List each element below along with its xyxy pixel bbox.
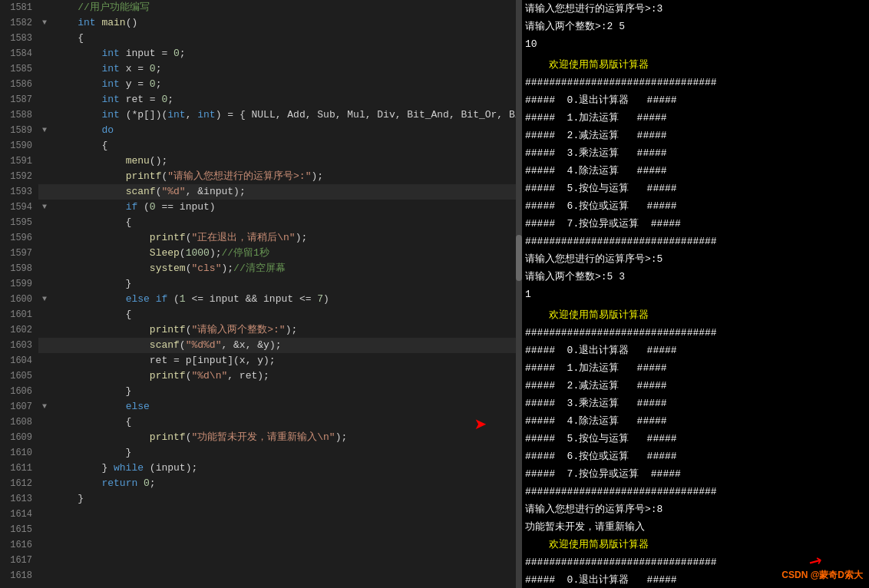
terminal-line: ################################: [522, 483, 869, 500]
line-number: 1603: [0, 338, 38, 353]
terminal-line: 请输入您想进行的运算序号>:8: [522, 500, 869, 518]
code-line-1583: 1583 {: [0, 31, 522, 46]
line-number: 1605: [0, 368, 38, 384]
code-line-1589: 1589▼ do: [0, 123, 522, 138]
line-content: }: [51, 491, 522, 507]
code-line-1600: 1600▼ else if (1 <= input && input <= 7): [0, 292, 522, 307]
red-arrow-icon: ➤: [474, 412, 487, 438]
terminal-line: 请输入您想进行的运算序号>:3: [522, 0, 869, 18]
code-line-1614: 1614: [0, 507, 522, 522]
code-line-1608: 1608 {: [0, 415, 522, 430]
code-line-1585: 1585 int x = 0;: [0, 61, 522, 77]
code-line-1592: 1592 printf("请输入您想进行的运算序号>:");: [0, 169, 522, 184]
line-content: //用户功能编写: [51, 0, 522, 15]
fold-gutter[interactable]: ▼: [38, 15, 51, 31]
terminal-line: 10: [522, 35, 869, 53]
code-line-1596: 1596 printf("正在退出，请稍后\n");: [0, 230, 522, 246]
terminal-panel: 请输入您想进行的运算序号>:3请输入两个整数>:2 510 欢迎使用简易版计算器…: [522, 0, 869, 588]
code-line-1616: 1616: [0, 537, 522, 553]
terminal-line: 1: [522, 286, 869, 303]
line-content: int x = 0;: [51, 61, 522, 77]
terminal-line: ##### 7.按位异或运算 #####: [522, 465, 869, 483]
fold-gutter[interactable]: ▼: [38, 200, 51, 215]
line-number: 1589: [0, 123, 38, 138]
code-line-1597: 1597 Sleep(1000);//停留1秒: [0, 246, 522, 261]
code-line-1581: 1581 //用户功能编写: [0, 0, 522, 15]
terminal-line: ##### 7.按位异或运算 #####: [522, 215, 869, 233]
line-content: scanf("%d%d", &x, &y);: [51, 338, 522, 353]
line-number: 1598: [0, 261, 38, 276]
line-number: 1618: [0, 568, 38, 583]
line-number: 1614: [0, 507, 38, 522]
terminal-line: ##### 3.乘法运算 #####: [522, 144, 869, 162]
line-number: 1583: [0, 31, 38, 46]
code-line-1586: 1586 int y = 0;: [0, 77, 522, 92]
line-number: 1616: [0, 537, 38, 553]
line-number: 1602: [0, 322, 38, 338]
line-content: {: [51, 415, 522, 430]
line-number: 1587: [0, 92, 38, 107]
line-content: }: [51, 445, 522, 461]
code-panel: 1581 //用户功能编写1582▼ int main()1583 {1584 …: [0, 0, 522, 588]
line-content: ret = p[input](x, y);: [51, 353, 522, 368]
line-content: int y = 0;: [51, 77, 522, 92]
code-line-1611: 1611 } while (input);: [0, 461, 522, 476]
line-content: }: [51, 384, 522, 399]
line-number: 1610: [0, 445, 38, 461]
line-content: } while (input);: [51, 461, 522, 476]
line-number: 1596: [0, 230, 38, 246]
terminal-line: 请输入您想进行的运算序号>:5: [522, 250, 869, 268]
terminal-line: ##### 2.减法运算 #####: [522, 377, 869, 395]
code-line-1610: 1610 }: [0, 445, 522, 461]
scroll-bar[interactable]: [516, 0, 522, 588]
fold-gutter[interactable]: ▼: [38, 123, 51, 138]
line-number: 1611: [0, 461, 38, 476]
code-line-1593: 1593 scanf("%d", &input);: [0, 184, 522, 200]
line-content: {: [51, 31, 522, 46]
terminal-line: ##### 5.按位与运算 #####: [522, 180, 869, 197]
code-line-1598: 1598 system("cls");//清空屏幕: [0, 261, 522, 276]
code-line-1618: 1618: [0, 568, 522, 583]
terminal-line: ##### 2.减法运算 #####: [522, 127, 869, 144]
line-number: 1615: [0, 522, 38, 537]
code-line-1603: 1603 scanf("%d%d", &x, &y);: [0, 338, 522, 353]
line-number: 1609: [0, 430, 38, 445]
terminal-line: ##### 3.乘法运算 #####: [522, 395, 869, 412]
code-lines: 1581 //用户功能编写1582▼ int main()1583 {1584 …: [0, 0, 522, 583]
line-content: menu();: [51, 154, 522, 169]
line-number: 1604: [0, 353, 38, 368]
line-content: scanf("%d", &input);: [51, 184, 522, 200]
terminal-line: 欢迎使用简易版计算器: [522, 306, 869, 324]
line-number: 1592: [0, 169, 38, 184]
line-content: {: [51, 307, 522, 322]
fold-gutter[interactable]: ▼: [38, 292, 51, 307]
code-line-1612: 1612 return 0;: [0, 476, 522, 491]
terminal-line: ##### 4.除法运算 #####: [522, 162, 869, 180]
line-number: 1600: [0, 292, 38, 307]
code-line-1599: 1599 }: [0, 276, 522, 292]
line-number: 1593: [0, 184, 38, 200]
code-line-1602: 1602 printf("请输入两个整数>:");: [0, 322, 522, 338]
line-number: 1582: [0, 15, 38, 31]
line-content: system("cls");//清空屏幕: [51, 261, 522, 276]
line-number: 1608: [0, 415, 38, 430]
line-number: 1599: [0, 276, 38, 292]
code-line-1582: 1582▼ int main(): [0, 15, 522, 31]
line-number: 1591: [0, 154, 38, 169]
line-content: {: [51, 215, 522, 230]
code-line-1601: 1601 {: [0, 307, 522, 322]
line-content: int ret = 0;: [51, 92, 522, 107]
terminal-line: ################################: [522, 233, 869, 250]
fold-gutter[interactable]: ▼: [38, 399, 51, 415]
line-content: printf("正在退出，请稍后\n");: [51, 230, 522, 246]
line-content: return 0;: [51, 476, 522, 491]
line-content: int input = 0;: [51, 46, 522, 61]
code-line-1617: 1617: [0, 553, 522, 568]
terminal-line: ################################: [522, 324, 869, 342]
line-number: 1612: [0, 476, 38, 491]
line-content: else if (1 <= input && input <= 7): [51, 292, 522, 307]
scroll-thumb[interactable]: [516, 235, 522, 281]
code-line-1605: 1605 printf("%d\n", ret);: [0, 368, 522, 384]
line-content: {: [51, 138, 522, 154]
code-line-1587: 1587 int ret = 0;: [0, 92, 522, 107]
